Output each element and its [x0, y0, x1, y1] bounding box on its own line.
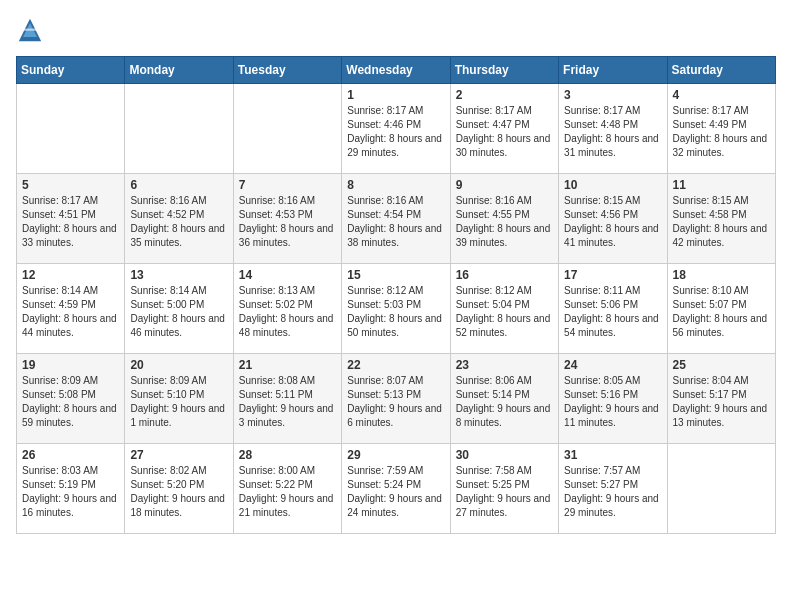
- day-number: 8: [347, 178, 444, 192]
- calendar-cell: 11Sunrise: 8:15 AM Sunset: 4:58 PM Dayli…: [667, 174, 775, 264]
- weekday-header: Thursday: [450, 57, 558, 84]
- calendar-cell: [233, 84, 341, 174]
- day-number: 20: [130, 358, 227, 372]
- weekday-header: Friday: [559, 57, 667, 84]
- weekday-header: Sunday: [17, 57, 125, 84]
- calendar-cell: 17Sunrise: 8:11 AM Sunset: 5:06 PM Dayli…: [559, 264, 667, 354]
- day-number: 10: [564, 178, 661, 192]
- day-number: 15: [347, 268, 444, 282]
- calendar-cell: 29Sunrise: 7:59 AM Sunset: 5:24 PM Dayli…: [342, 444, 450, 534]
- day-number: 28: [239, 448, 336, 462]
- day-info: Sunrise: 7:58 AM Sunset: 5:25 PM Dayligh…: [456, 464, 553, 520]
- day-number: 23: [456, 358, 553, 372]
- calendar-cell: 30Sunrise: 7:58 AM Sunset: 5:25 PM Dayli…: [450, 444, 558, 534]
- day-info: Sunrise: 8:16 AM Sunset: 4:55 PM Dayligh…: [456, 194, 553, 250]
- calendar-table: SundayMondayTuesdayWednesdayThursdayFrid…: [16, 56, 776, 534]
- calendar-cell: [667, 444, 775, 534]
- svg-rect-2: [23, 29, 37, 31]
- calendar-header: SundayMondayTuesdayWednesdayThursdayFrid…: [17, 57, 776, 84]
- calendar-cell: 2Sunrise: 8:17 AM Sunset: 4:47 PM Daylig…: [450, 84, 558, 174]
- calendar-cell: 13Sunrise: 8:14 AM Sunset: 5:00 PM Dayli…: [125, 264, 233, 354]
- calendar-cell: 28Sunrise: 8:00 AM Sunset: 5:22 PM Dayli…: [233, 444, 341, 534]
- calendar-cell: 19Sunrise: 8:09 AM Sunset: 5:08 PM Dayli…: [17, 354, 125, 444]
- day-number: 4: [673, 88, 770, 102]
- day-info: Sunrise: 8:04 AM Sunset: 5:17 PM Dayligh…: [673, 374, 770, 430]
- day-info: Sunrise: 8:17 AM Sunset: 4:51 PM Dayligh…: [22, 194, 119, 250]
- day-info: Sunrise: 8:11 AM Sunset: 5:06 PM Dayligh…: [564, 284, 661, 340]
- calendar-cell: 4Sunrise: 8:17 AM Sunset: 4:49 PM Daylig…: [667, 84, 775, 174]
- calendar-cell: 12Sunrise: 8:14 AM Sunset: 4:59 PM Dayli…: [17, 264, 125, 354]
- day-number: 14: [239, 268, 336, 282]
- weekday-header: Saturday: [667, 57, 775, 84]
- calendar-cell: 20Sunrise: 8:09 AM Sunset: 5:10 PM Dayli…: [125, 354, 233, 444]
- day-info: Sunrise: 8:17 AM Sunset: 4:49 PM Dayligh…: [673, 104, 770, 160]
- day-info: Sunrise: 8:09 AM Sunset: 5:08 PM Dayligh…: [22, 374, 119, 430]
- day-info: Sunrise: 8:14 AM Sunset: 5:00 PM Dayligh…: [130, 284, 227, 340]
- logo: [16, 16, 48, 44]
- day-info: Sunrise: 8:08 AM Sunset: 5:11 PM Dayligh…: [239, 374, 336, 430]
- calendar-cell: 8Sunrise: 8:16 AM Sunset: 4:54 PM Daylig…: [342, 174, 450, 264]
- day-number: 18: [673, 268, 770, 282]
- day-info: Sunrise: 8:12 AM Sunset: 5:04 PM Dayligh…: [456, 284, 553, 340]
- day-info: Sunrise: 8:05 AM Sunset: 5:16 PM Dayligh…: [564, 374, 661, 430]
- day-info: Sunrise: 7:59 AM Sunset: 5:24 PM Dayligh…: [347, 464, 444, 520]
- day-info: Sunrise: 8:09 AM Sunset: 5:10 PM Dayligh…: [130, 374, 227, 430]
- day-info: Sunrise: 8:10 AM Sunset: 5:07 PM Dayligh…: [673, 284, 770, 340]
- day-info: Sunrise: 8:02 AM Sunset: 5:20 PM Dayligh…: [130, 464, 227, 520]
- calendar-week-row: 12Sunrise: 8:14 AM Sunset: 4:59 PM Dayli…: [17, 264, 776, 354]
- calendar-cell: 27Sunrise: 8:02 AM Sunset: 5:20 PM Dayli…: [125, 444, 233, 534]
- day-number: 31: [564, 448, 661, 462]
- calendar-cell: [125, 84, 233, 174]
- day-info: Sunrise: 8:13 AM Sunset: 5:02 PM Dayligh…: [239, 284, 336, 340]
- day-number: 5: [22, 178, 119, 192]
- day-number: 6: [130, 178, 227, 192]
- day-number: 19: [22, 358, 119, 372]
- calendar-cell: 10Sunrise: 8:15 AM Sunset: 4:56 PM Dayli…: [559, 174, 667, 264]
- day-info: Sunrise: 8:15 AM Sunset: 4:58 PM Dayligh…: [673, 194, 770, 250]
- day-number: 9: [456, 178, 553, 192]
- day-number: 25: [673, 358, 770, 372]
- day-info: Sunrise: 8:14 AM Sunset: 4:59 PM Dayligh…: [22, 284, 119, 340]
- calendar-cell: 31Sunrise: 7:57 AM Sunset: 5:27 PM Dayli…: [559, 444, 667, 534]
- day-info: Sunrise: 8:03 AM Sunset: 5:19 PM Dayligh…: [22, 464, 119, 520]
- day-info: Sunrise: 8:17 AM Sunset: 4:46 PM Dayligh…: [347, 104, 444, 160]
- logo-icon: [16, 16, 44, 44]
- calendar-week-row: 19Sunrise: 8:09 AM Sunset: 5:08 PM Dayli…: [17, 354, 776, 444]
- day-info: Sunrise: 8:06 AM Sunset: 5:14 PM Dayligh…: [456, 374, 553, 430]
- calendar-cell: 15Sunrise: 8:12 AM Sunset: 5:03 PM Dayli…: [342, 264, 450, 354]
- day-number: 1: [347, 88, 444, 102]
- weekday-header: Wednesday: [342, 57, 450, 84]
- day-info: Sunrise: 8:16 AM Sunset: 4:53 PM Dayligh…: [239, 194, 336, 250]
- calendar-week-row: 26Sunrise: 8:03 AM Sunset: 5:19 PM Dayli…: [17, 444, 776, 534]
- calendar-cell: 3Sunrise: 8:17 AM Sunset: 4:48 PM Daylig…: [559, 84, 667, 174]
- calendar-cell: 22Sunrise: 8:07 AM Sunset: 5:13 PM Dayli…: [342, 354, 450, 444]
- calendar-cell: 16Sunrise: 8:12 AM Sunset: 5:04 PM Dayli…: [450, 264, 558, 354]
- day-number: 29: [347, 448, 444, 462]
- calendar-cell: 24Sunrise: 8:05 AM Sunset: 5:16 PM Dayli…: [559, 354, 667, 444]
- day-info: Sunrise: 8:07 AM Sunset: 5:13 PM Dayligh…: [347, 374, 444, 430]
- calendar-cell: 6Sunrise: 8:16 AM Sunset: 4:52 PM Daylig…: [125, 174, 233, 264]
- day-info: Sunrise: 8:00 AM Sunset: 5:22 PM Dayligh…: [239, 464, 336, 520]
- day-info: Sunrise: 8:12 AM Sunset: 5:03 PM Dayligh…: [347, 284, 444, 340]
- day-number: 11: [673, 178, 770, 192]
- weekday-header: Monday: [125, 57, 233, 84]
- day-number: 3: [564, 88, 661, 102]
- calendar-cell: 26Sunrise: 8:03 AM Sunset: 5:19 PM Dayli…: [17, 444, 125, 534]
- calendar-cell: 7Sunrise: 8:16 AM Sunset: 4:53 PM Daylig…: [233, 174, 341, 264]
- day-number: 2: [456, 88, 553, 102]
- calendar-cell: 14Sunrise: 8:13 AM Sunset: 5:02 PM Dayli…: [233, 264, 341, 354]
- day-number: 7: [239, 178, 336, 192]
- day-number: 27: [130, 448, 227, 462]
- day-number: 24: [564, 358, 661, 372]
- day-number: 12: [22, 268, 119, 282]
- calendar-body: 1Sunrise: 8:17 AM Sunset: 4:46 PM Daylig…: [17, 84, 776, 534]
- day-number: 17: [564, 268, 661, 282]
- calendar-cell: 5Sunrise: 8:17 AM Sunset: 4:51 PM Daylig…: [17, 174, 125, 264]
- calendar-week-row: 5Sunrise: 8:17 AM Sunset: 4:51 PM Daylig…: [17, 174, 776, 264]
- day-info: Sunrise: 8:15 AM Sunset: 4:56 PM Dayligh…: [564, 194, 661, 250]
- calendar-cell: 25Sunrise: 8:04 AM Sunset: 5:17 PM Dayli…: [667, 354, 775, 444]
- day-info: Sunrise: 8:16 AM Sunset: 4:52 PM Dayligh…: [130, 194, 227, 250]
- page-header: [16, 16, 776, 44]
- calendar-cell: 1Sunrise: 8:17 AM Sunset: 4:46 PM Daylig…: [342, 84, 450, 174]
- calendar-cell: 23Sunrise: 8:06 AM Sunset: 5:14 PM Dayli…: [450, 354, 558, 444]
